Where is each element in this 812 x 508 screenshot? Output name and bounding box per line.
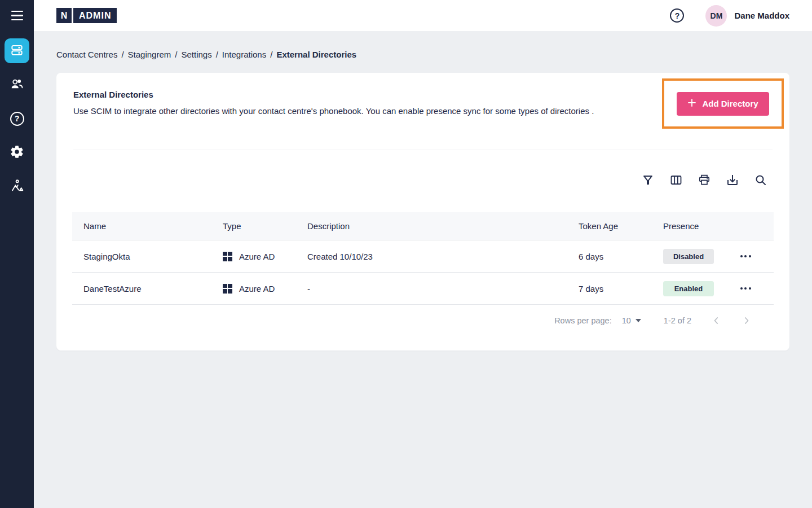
table-header-row: Name Type Description Token Age Presence [72,212,774,240]
sidebar-item-settings[interactable] [5,140,29,165]
content: Contact Centres/Stagingrem/Settings/Inte… [34,31,812,508]
breadcrumb-item-settings[interactable]: Settings [181,50,211,59]
add-directory-button[interactable]: Add Directory [677,92,769,116]
column-header-token-age[interactable]: Token Age [567,221,652,231]
external-directories-card: External Directories Use SCIM to integra… [56,73,789,351]
pagination: Rows per page: 10 1-2 of 2 [72,305,754,336]
breadcrumb: Contact Centres/Stagingrem/Settings/Inte… [56,50,789,59]
hamburger-icon [11,11,23,12]
cell-token-age: 6 days [567,252,652,261]
cell-token-age: 7 days [567,284,652,294]
sidebar-item-help[interactable]: ? [5,106,29,131]
microsoft-logo-icon [223,284,232,294]
sidebar-item-maintenance[interactable] [5,174,29,199]
sidebar-item-contact-centres[interactable] [5,38,29,63]
table-toolbar [641,173,768,187]
cell-description: Created 10/10/23 [296,252,567,261]
sidebar-nav: ? [5,38,29,199]
cell-description: - [296,284,567,294]
cell-presence: Disabled [652,249,722,264]
logo-admin-badge: ADMIN [73,8,117,23]
plus-icon [687,98,696,109]
caret-down-icon [636,319,641,322]
rows-per-page-label: Rows per page: [554,316,612,325]
avatar[interactable]: DM [705,5,727,27]
table-row: StagingOkta Azure AD Created 10/10/23 6 … [72,240,774,273]
help-circle-icon: ? [10,112,24,126]
people-icon [10,77,24,93]
card-header: External Directories Use SCIM to integra… [73,90,594,116]
user-name[interactable]: Dane Maddox [734,11,789,20]
print-icon[interactable] [697,173,712,187]
server-stack-icon [10,43,24,59]
column-header-type[interactable]: Type [211,221,296,231]
page-title: External Directories [73,90,594,99]
cell-name: StagingOkta [72,252,211,261]
pagination-range: 1-2 of 2 [664,316,691,325]
cell-presence: Enabled [652,281,722,296]
download-icon[interactable] [725,173,740,187]
breadcrumb-item-stagingrem[interactable]: Stagingrem [128,50,171,59]
breadcrumb-current: External Directories [276,50,356,59]
row-actions-icon[interactable] [737,252,754,261]
topbar: N ADMIN ? DM Dane Maddox [34,0,812,31]
column-header-description[interactable]: Description [296,221,567,231]
main-area: N ADMIN ? DM Dane Maddox Contact Centres… [34,0,812,508]
breadcrumb-item-contact-centres[interactable]: Contact Centres [56,50,117,59]
sidebar: ? [0,0,34,508]
menu-toggle-button[interactable] [0,0,34,31]
page-description: Use SCIM to integrate other directories … [73,106,594,116]
presence-badge: Disabled [663,249,714,264]
cell-type: Azure AD [211,252,296,261]
rows-per-page-select[interactable]: 10 [622,316,641,325]
gear-icon [10,144,24,161]
table-row: DaneTestAzure Azure AD - 7 days Enabled [72,273,774,305]
next-page-icon[interactable] [739,313,754,329]
filter-icon[interactable] [641,173,655,187]
breadcrumb-item-integrations[interactable]: Integrations [222,50,266,59]
column-header-name[interactable]: Name [72,221,211,231]
worker-digging-icon [10,178,24,195]
columns-icon[interactable] [669,173,683,187]
help-icon[interactable]: ? [670,8,684,23]
topbar-right: ? DM Dane Maddox [670,5,789,27]
cell-type: Azure AD [211,284,296,294]
header-divider [73,150,773,150]
app-root: ? [0,0,812,508]
row-actions-icon[interactable] [737,284,754,293]
column-header-presence[interactable]: Presence [652,221,722,231]
logo-n-badge: N [56,8,72,23]
annotation-highlight-box: Add Directory [662,78,784,129]
sidebar-item-users[interactable] [5,72,29,97]
previous-page-icon[interactable] [708,313,724,329]
app-logo[interactable]: N ADMIN [56,8,117,23]
directories-table: Name Type Description Token Age Presence… [72,212,774,305]
presence-badge: Enabled [663,281,714,296]
search-icon[interactable] [753,173,768,187]
microsoft-logo-icon [223,252,232,261]
cell-name: DaneTestAzure [72,284,211,294]
